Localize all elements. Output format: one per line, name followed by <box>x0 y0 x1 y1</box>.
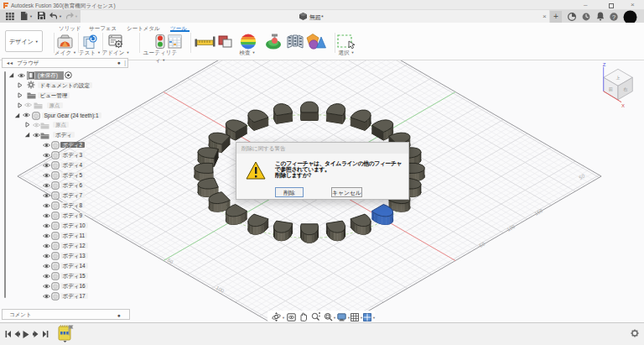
svg-text:前: 前 <box>609 86 613 91</box>
svg-text:右: 右 <box>623 86 627 91</box>
svg-text:上: 上 <box>615 75 620 80</box>
svg-text:?: ? <box>612 13 615 21</box>
svg-text:X: X <box>621 103 625 108</box>
svg-text:Z: Z <box>603 62 606 67</box>
